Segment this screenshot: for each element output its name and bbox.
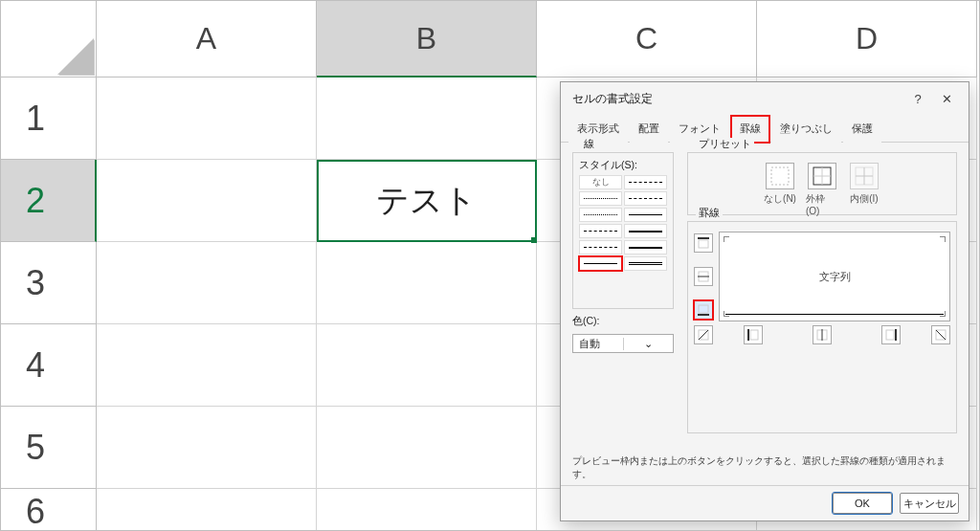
border-right-button[interactable] — [881, 325, 901, 344]
line-style[interactable] — [579, 191, 622, 206]
line-style-none[interactable]: なし — [579, 175, 622, 189]
dialog-body: 線 スタイル(S): なし 色(C): — [561, 143, 969, 445]
line-style[interactable] — [624, 224, 667, 238]
line-style[interactable] — [624, 208, 667, 222]
cell-a1[interactable] — [97, 77, 317, 160]
cell-b3[interactable] — [317, 242, 537, 324]
preset-inside-icon — [850, 163, 879, 189]
line-group: 線 スタイル(S): なし — [572, 152, 674, 309]
line-style-selected[interactable] — [579, 256, 622, 271]
svg-rect-11 — [699, 305, 708, 313]
format-cells-dialog: セルの書式設定 ? ✕ 表示形式 配置 フォント 罫線 塗りつぶし 保護 線 ス… — [560, 81, 969, 521]
dialog-footer: OK キャンセル — [561, 485, 969, 520]
border-vmid-button[interactable] — [813, 325, 832, 344]
tab-align[interactable]: 配置 — [630, 116, 668, 143]
ok-button[interactable]: OK — [833, 493, 892, 514]
preset-outline-button[interactable]: 外枠(O) — [806, 163, 838, 216]
preset-none-button[interactable]: なし(N) — [764, 163, 796, 216]
line-style[interactable] — [624, 191, 667, 206]
cell-b6[interactable] — [317, 489, 537, 531]
preview-text: 文字列 — [819, 270, 851, 284]
preset-group: プリセット なし(N) 外枠(O) 内側(I) — [687, 152, 957, 215]
color-label: 色(C): — [572, 315, 674, 328]
column-headers: A B C D — [1, 1, 980, 77]
border-bottom-button[interactable] — [694, 300, 713, 320]
row-header-6[interactable]: 6 — [1, 489, 97, 531]
line-style[interactable] — [624, 240, 667, 254]
cell-a3[interactable] — [97, 242, 317, 324]
line-style[interactable] — [624, 256, 667, 271]
svg-rect-16 — [750, 330, 758, 340]
cell-b5[interactable] — [317, 407, 537, 489]
row-header-3[interactable]: 3 — [1, 242, 97, 324]
col-header-c[interactable]: C — [537, 1, 757, 77]
cell-a4[interactable] — [97, 324, 317, 407]
svg-rect-0 — [771, 167, 789, 185]
tab-fill[interactable]: 塗りつぶし — [771, 116, 841, 143]
svg-rect-8 — [699, 240, 708, 248]
cell-b1[interactable] — [317, 77, 537, 160]
line-style[interactable] — [579, 224, 622, 238]
cell-a5[interactable] — [97, 407, 317, 489]
line-style[interactable] — [579, 208, 622, 222]
border-group: 罫線 文字列 — [687, 221, 957, 433]
border-top-button[interactable] — [694, 233, 713, 253]
cell-a2[interactable] — [97, 160, 317, 242]
border-preview[interactable]: 文字列 — [719, 232, 950, 321]
line-style[interactable] — [579, 240, 622, 254]
cell-b2[interactable]: テスト — [317, 160, 537, 242]
row-header-1[interactable]: 1 — [1, 77, 97, 160]
row-header-5[interactable]: 5 — [1, 407, 97, 489]
preset-none-icon — [766, 163, 794, 189]
dialog-title: セルの書式設定 — [572, 91, 903, 107]
color-dropdown[interactable]: 自動 ⌄ — [572, 334, 674, 353]
row-header-4[interactable]: 4 — [1, 324, 97, 407]
select-all-corner[interactable] — [1, 1, 97, 77]
border-diag-up-button[interactable] — [694, 325, 713, 344]
preset-group-label: プリセット — [696, 138, 754, 151]
color-value: 自動 — [573, 337, 623, 351]
preset-outline-icon — [808, 163, 836, 189]
row-header-2[interactable]: 2 — [1, 160, 97, 242]
line-style-grid: なし — [579, 175, 667, 271]
preset-none-label: なし(N) — [764, 192, 796, 206]
style-label: スタイル(S): — [579, 159, 667, 172]
dialog-tabs: 表示形式 配置 フォント 罫線 塗りつぶし 保護 — [561, 115, 969, 143]
cell-a6[interactable] — [97, 489, 317, 531]
tab-number[interactable]: 表示形式 — [568, 116, 628, 143]
close-button[interactable]: ✕ — [932, 86, 961, 111]
border-diag-down-button[interactable] — [931, 325, 950, 344]
cell-b4[interactable] — [317, 324, 537, 407]
preset-inside-label: 内側(I) — [850, 192, 878, 206]
col-header-a[interactable]: A — [97, 1, 317, 77]
tab-protect[interactable]: 保護 — [843, 116, 881, 143]
line-style[interactable] — [624, 175, 667, 189]
svg-line-22 — [936, 330, 946, 340]
border-left-button[interactable] — [744, 325, 763, 344]
svg-line-14 — [699, 330, 708, 340]
cancel-button[interactable]: キャンセル — [900, 493, 959, 514]
border-group-label: 罫線 — [696, 207, 723, 220]
dialog-titlebar[interactable]: セルの書式設定 ? ✕ — [561, 82, 969, 115]
col-header-d[interactable]: D — [757, 1, 977, 77]
help-button[interactable]: ? — [903, 86, 932, 111]
line-group-label: 線 — [581, 138, 597, 151]
border-hmid-button[interactable] — [694, 267, 713, 286]
hint-text: プレビュー枠内または上のボタンをクリックすると、選択した罫線の種類が適用されます… — [561, 445, 969, 485]
preview-bottom-border — [725, 314, 944, 315]
svg-rect-19 — [886, 330, 894, 340]
col-header-b[interactable]: B — [317, 1, 537, 77]
chevron-down-icon: ⌄ — [623, 338, 674, 350]
preset-inside-button[interactable]: 内側(I) — [848, 163, 880, 216]
preset-outline-label: 外枠(O) — [806, 192, 838, 216]
